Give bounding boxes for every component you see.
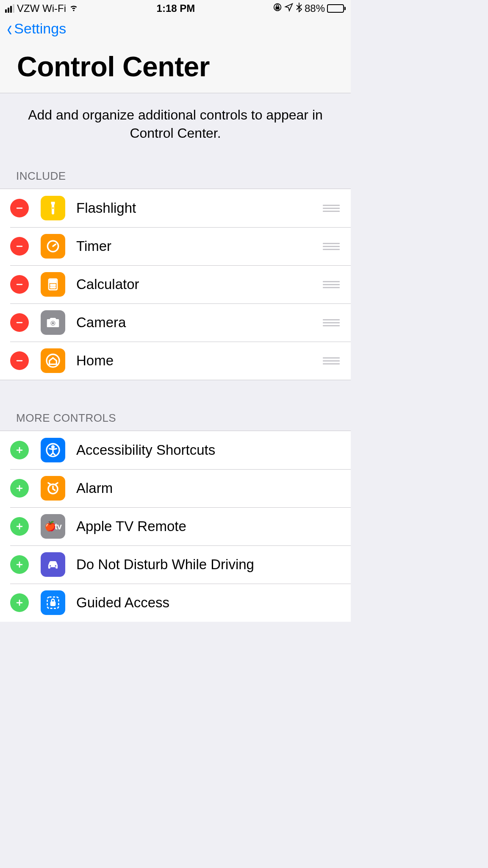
list-item: Calculator <box>0 265 351 303</box>
svg-point-23 <box>52 446 54 448</box>
back-button[interactable]: ‹ Settings <box>6 20 66 37</box>
bluetooth-icon <box>296 2 302 15</box>
svg-rect-2 <box>17 208 23 209</box>
add-button[interactable] <box>10 593 29 612</box>
remove-button[interactable] <box>10 313 29 332</box>
add-button[interactable] <box>10 441 29 459</box>
list-item: Alarm <box>0 469 351 507</box>
drag-handle-icon[interactable] <box>322 319 341 326</box>
appletv-icon: 🍎tv <box>41 514 65 539</box>
page-title: Control Center <box>0 38 351 93</box>
item-label: Alarm <box>76 480 341 496</box>
svg-rect-6 <box>17 284 23 285</box>
svg-rect-30 <box>19 562 20 568</box>
item-label: Do Not Disturb While Driving <box>76 556 341 573</box>
remove-button[interactable] <box>10 351 29 370</box>
add-button[interactable] <box>10 479 29 498</box>
svg-rect-1 <box>276 7 279 9</box>
status-right: 88% <box>273 2 346 15</box>
svg-point-10 <box>53 284 54 286</box>
chevron-left-icon: ‹ <box>7 22 12 35</box>
list-item: Accessibility Shortcuts <box>0 431 351 469</box>
item-label: Timer <box>76 238 322 254</box>
svg-rect-21 <box>19 447 20 453</box>
svg-rect-36 <box>51 602 55 606</box>
list-item: Flashlight <box>0 189 351 227</box>
list-item: Camera <box>0 303 351 342</box>
more-controls-list: Accessibility Shortcuts Alarm 🍎tv Apple … <box>0 431 351 622</box>
add-button[interactable] <box>10 555 29 574</box>
item-label: Calculator <box>76 276 322 292</box>
carrier-label: VZW Wi-Fi <box>17 3 66 14</box>
rotation-lock-icon <box>273 3 282 14</box>
svg-point-32 <box>55 565 56 567</box>
item-label: Camera <box>76 314 322 331</box>
battery-percent: 88% <box>305 3 325 14</box>
page-description: Add and organize additional controls to … <box>0 93 351 164</box>
guided-access-icon <box>41 590 65 615</box>
item-label: Home <box>76 353 322 369</box>
svg-point-3 <box>52 207 54 209</box>
svg-point-13 <box>53 287 54 288</box>
drag-handle-icon[interactable] <box>322 205 341 212</box>
alarm-icon <box>41 476 65 501</box>
add-button[interactable] <box>10 517 29 536</box>
svg-point-19 <box>47 354 59 367</box>
item-label: Accessibility Shortcuts <box>76 442 341 458</box>
wifi-icon <box>69 3 79 14</box>
list-item: Timer <box>0 227 351 265</box>
drag-handle-icon[interactable] <box>322 281 341 288</box>
item-label: Guided Access <box>76 595 341 611</box>
home-icon <box>41 348 65 373</box>
nav-bar: ‹ Settings <box>0 17 351 38</box>
cellular-signal-icon <box>5 4 14 13</box>
list-item: Home <box>0 342 351 380</box>
dnd-driving-icon <box>41 552 65 577</box>
battery-icon <box>327 4 346 13</box>
svg-rect-4 <box>17 246 23 247</box>
section-header-more: More Controls <box>0 406 351 431</box>
svg-rect-18 <box>17 360 23 362</box>
svg-rect-28 <box>19 523 20 530</box>
svg-point-9 <box>50 284 52 286</box>
list-item: Do Not Disturb While Driving <box>0 545 351 584</box>
camera-icon <box>41 310 65 335</box>
remove-button[interactable] <box>10 237 29 256</box>
list-item: Guided Access <box>0 584 351 622</box>
remove-button[interactable] <box>10 275 29 294</box>
location-icon <box>284 3 294 14</box>
flashlight-icon <box>41 196 65 220</box>
status-time: 1:18 PM <box>157 3 195 14</box>
svg-rect-8 <box>50 280 56 283</box>
include-list: Flashlight Timer Calculator Camera <box>0 189 351 380</box>
svg-rect-15 <box>17 322 23 323</box>
svg-rect-34 <box>19 600 20 606</box>
svg-point-11 <box>54 284 55 286</box>
svg-rect-25 <box>19 485 20 492</box>
status-bar: VZW Wi-Fi 1:18 PM 88% <box>0 0 351 17</box>
svg-point-31 <box>50 565 51 567</box>
accessibility-icon <box>41 438 65 462</box>
item-label: Apple TV Remote <box>76 518 341 534</box>
drag-handle-icon[interactable] <box>322 357 341 364</box>
calculator-icon <box>41 272 65 297</box>
drag-handle-icon[interactable] <box>322 243 341 250</box>
svg-point-12 <box>50 287 52 288</box>
remove-button[interactable] <box>10 199 29 217</box>
item-label: Flashlight <box>76 200 322 216</box>
status-left: VZW Wi-Fi <box>5 3 79 14</box>
section-header-include: Include <box>0 164 351 189</box>
svg-point-14 <box>54 287 55 288</box>
list-item: 🍎tv Apple TV Remote <box>0 507 351 545</box>
back-label: Settings <box>14 20 66 37</box>
timer-icon <box>41 234 65 259</box>
